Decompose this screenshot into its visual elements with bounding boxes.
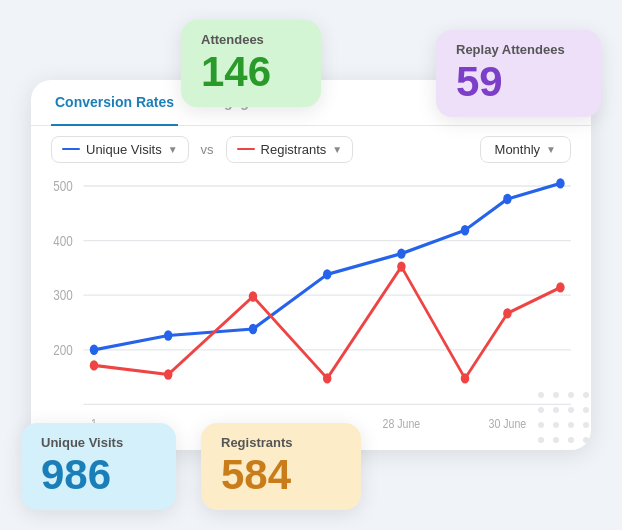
red-dot — [556, 282, 564, 292]
svg-text:500: 500 — [53, 178, 72, 194]
svg-point-23 — [583, 422, 589, 428]
series2-label: Registrants — [261, 142, 327, 157]
unique-value: 986 — [41, 452, 156, 498]
dashboard-container: Attendees 146 Replay Attendees 59 Conver… — [21, 20, 601, 510]
period-filter[interactable]: Monthly ▼ — [480, 136, 571, 163]
registrants-value: 584 — [221, 452, 341, 498]
red-dot — [90, 360, 98, 370]
chevron-down-icon: ▼ — [168, 144, 178, 155]
blue-dot — [323, 269, 331, 279]
dots-decoration — [531, 385, 601, 455]
svg-point-22 — [568, 422, 574, 428]
svg-text:200: 200 — [53, 341, 72, 357]
blue-dot — [249, 323, 257, 333]
svg-point-14 — [568, 392, 574, 398]
blue-line — [94, 183, 560, 349]
red-dot — [503, 308, 511, 318]
svg-point-13 — [553, 392, 559, 398]
attendees-value: 146 — [201, 49, 301, 95]
svg-point-15 — [583, 392, 589, 398]
svg-point-25 — [553, 437, 559, 443]
series1-label: Unique Visits — [86, 142, 162, 157]
blue-dot — [461, 225, 469, 235]
svg-point-26 — [568, 437, 574, 443]
svg-text:300: 300 — [53, 287, 72, 303]
chevron-down-icon-3: ▼ — [546, 144, 556, 155]
red-dot — [323, 373, 331, 383]
unique-label: Unique Visits — [41, 435, 156, 450]
line-chart: 500 400 300 200 1 28 June 30 June — [41, 173, 571, 433]
red-dot — [164, 369, 172, 379]
svg-text:30 June: 30 June — [489, 415, 527, 430]
registrants-label: Registrants — [221, 435, 341, 450]
svg-point-21 — [553, 422, 559, 428]
svg-point-18 — [568, 407, 574, 413]
blue-dot — [90, 344, 98, 354]
svg-point-16 — [538, 407, 544, 413]
blue-dot — [503, 193, 511, 203]
svg-point-17 — [553, 407, 559, 413]
tab-conversion-rates[interactable]: Conversion Rates — [51, 80, 178, 126]
blue-dot — [397, 248, 405, 258]
red-line-icon — [237, 148, 255, 151]
attendees-label: Attendees — [201, 32, 301, 47]
blue-dot — [556, 178, 564, 188]
svg-text:400: 400 — [53, 232, 72, 248]
svg-text:28 June: 28 June — [383, 415, 421, 430]
blue-dot — [164, 330, 172, 340]
svg-point-20 — [538, 422, 544, 428]
vs-label: vs — [201, 142, 214, 157]
svg-point-19 — [583, 407, 589, 413]
red-dot — [249, 291, 257, 301]
registrants-card: Registrants 584 — [201, 423, 361, 510]
replay-card: Replay Attendees 59 — [436, 30, 601, 117]
blue-line-icon — [62, 148, 80, 151]
attendees-card: Attendees 146 — [181, 20, 321, 107]
main-chart-panel: Conversion Rates Engagement Unique Visit… — [31, 80, 591, 450]
filter-bar: Unique Visits ▼ vs Registrants ▼ Monthly… — [31, 126, 591, 173]
svg-point-12 — [538, 392, 544, 398]
svg-point-27 — [583, 437, 589, 443]
red-dot — [461, 373, 469, 383]
replay-value: 59 — [456, 59, 581, 105]
unique-visits-card: Unique Visits 986 — [21, 423, 176, 510]
chevron-down-icon-2: ▼ — [332, 144, 342, 155]
red-dot — [397, 261, 405, 271]
series2-filter[interactable]: Registrants ▼ — [226, 136, 354, 163]
period-label: Monthly — [495, 142, 541, 157]
replay-label: Replay Attendees — [456, 42, 581, 57]
red-line — [94, 266, 560, 378]
chart-area: 500 400 300 200 1 28 June 30 June — [31, 173, 591, 443]
series1-filter[interactable]: Unique Visits ▼ — [51, 136, 189, 163]
svg-point-24 — [538, 437, 544, 443]
